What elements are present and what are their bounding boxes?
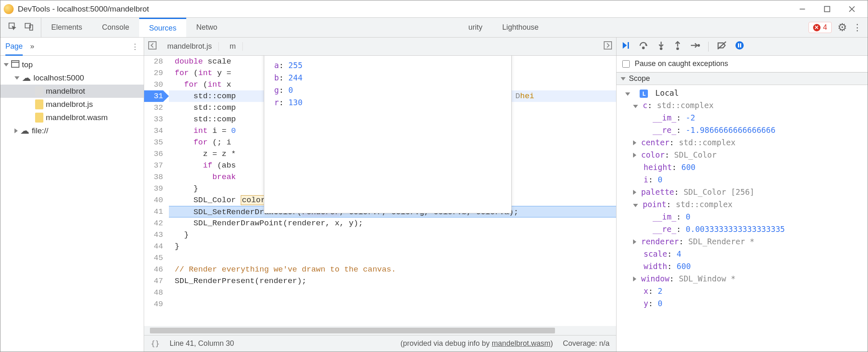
line-number[interactable]: 42: [144, 217, 163, 229]
code-line[interactable]: // Render everything we've drawn to the …: [169, 264, 616, 275]
more-icon[interactable]: ⋮: [853, 22, 862, 33]
code-line[interactable]: [169, 287, 616, 298]
line-number[interactable]: 44: [144, 241, 163, 252]
file-icon: [35, 99, 43, 109]
file-tab-partial[interactable]: m: [223, 42, 243, 51]
line-number[interactable]: 36: [144, 148, 163, 160]
scope-entry[interactable]: c: std::complex: [617, 99, 868, 111]
line-number[interactable]: 28: [144, 56, 163, 67]
scope-entry[interactable]: __re_: -1.9866666666666666: [617, 124, 868, 136]
code-line[interactable]: SDL_RenderPresent(renderer);: [169, 275, 616, 287]
line-number[interactable]: 35: [144, 137, 163, 148]
chevron-down-icon: [621, 77, 626, 80]
sidebar-tab-page[interactable]: Page: [5, 37, 23, 56]
line-number[interactable]: 46: [144, 264, 163, 275]
code-line[interactable]: }: [169, 241, 616, 252]
tree-top[interactable]: top: [0, 58, 144, 71]
pause-exceptions-icon[interactable]: [735, 41, 744, 52]
sidebar: Page » ⋮ top ☁ localhost:5000 mandelbrot: [0, 38, 144, 352]
scope-entry[interactable]: renderer: SDL_Renderer *: [617, 235, 868, 248]
code-line[interactable]: }: [169, 229, 616, 241]
code-line[interactable]: [169, 298, 616, 310]
tree-file-scheme[interactable]: ☁ file://: [0, 124, 144, 137]
scope-entry[interactable]: i: 0: [617, 173, 868, 186]
tree-file-mandelbrot[interactable]: mandelbrot: [0, 85, 144, 98]
scope-entry[interactable]: palette: SDL_Color [256]: [617, 186, 868, 198]
resume-icon[interactable]: [621, 41, 631, 52]
scope-entry[interactable]: x: 2: [617, 285, 868, 297]
settings-icon[interactable]: ⚙: [837, 21, 847, 34]
line-number[interactable]: 32: [144, 102, 163, 113]
code-line[interactable]: SDL_RenderDrawPoint(renderer, x, y);: [169, 217, 616, 229]
coverage-info: Coverage: n/a: [563, 339, 609, 348]
file-icon: [35, 113, 43, 123]
tree-file-mandelbrot-wasm[interactable]: mandelbrot.wasm: [0, 111, 144, 124]
line-gutter[interactable]: 2829303132333435363738394041424344454647…: [144, 56, 169, 326]
line-number[interactable]: 37: [144, 160, 163, 171]
tab-lighthouse[interactable]: Lighthouse: [492, 18, 548, 37]
sidebar-tab-more[interactable]: »: [30, 42, 34, 51]
scope-section-header[interactable]: Scope: [617, 72, 868, 85]
error-counter[interactable]: ✕ 4: [809, 22, 832, 33]
source-map-link[interactable]: mandelbrot.wasm: [492, 339, 550, 347]
scope-entry[interactable]: color: SDL_Color: [617, 149, 868, 161]
line-number[interactable]: 38: [144, 171, 163, 183]
scope-entry[interactable]: point: std::complex: [617, 198, 868, 210]
line-number[interactable]: 47: [144, 275, 163, 287]
line-number[interactable]: 33: [144, 113, 163, 125]
step-over-icon[interactable]: [639, 41, 649, 52]
line-number[interactable]: 34: [144, 125, 163, 137]
line-number[interactable]: 39: [144, 183, 163, 194]
close-button[interactable]: [840, 0, 864, 18]
tab-sources[interactable]: Sources: [139, 18, 186, 37]
line-number[interactable]: 30: [144, 79, 163, 90]
step-into-icon[interactable]: [657, 41, 665, 52]
line-number[interactable]: 29: [144, 67, 163, 79]
step-out-icon[interactable]: [674, 41, 682, 52]
scope-entry[interactable]: window: SDL_Window *: [617, 272, 868, 285]
nav-back-icon[interactable]: [148, 41, 157, 52]
line-number[interactable]: 49: [144, 298, 163, 310]
pause-on-exceptions-row[interactable]: Pause on caught exceptions: [617, 56, 868, 72]
scope-entry[interactable]: center: std::complex: [617, 136, 868, 149]
format-icon[interactable]: {}: [151, 339, 160, 348]
cursor-position: Line 41, Column 30: [170, 339, 234, 348]
window-title: DevTools - localhost:5000/mandelbrot: [18, 5, 790, 14]
tree-file-label: mandelbrot.wasm: [46, 113, 108, 122]
line-number[interactable]: 48: [144, 287, 163, 298]
scope-entry[interactable]: __im_: -2: [617, 111, 868, 124]
device-icon[interactable]: [24, 22, 33, 33]
minimize-button[interactable]: [790, 0, 815, 18]
scope-entry[interactable]: scale: 4: [617, 248, 868, 260]
tab-security[interactable]: urity: [458, 18, 492, 37]
scope-local-header[interactable]: L Local: [617, 87, 868, 99]
line-number[interactable]: 31: [144, 90, 163, 102]
scope-entry[interactable]: width: 600: [617, 260, 868, 272]
file-tab-mandelbrot-js[interactable]: mandelbrot.js: [161, 42, 219, 51]
inspect-icon[interactable]: [8, 22, 17, 33]
scope-entry[interactable]: __re_: 0.0033333333333333335: [617, 223, 868, 235]
tab-network[interactable]: Netwo: [186, 18, 227, 37]
code-editor[interactable]: 2829303132333435363738394041424344454647…: [144, 56, 616, 326]
line-number[interactable]: 40: [144, 194, 163, 206]
tree-file-mandelbrot-js[interactable]: mandelbrot.js: [0, 98, 144, 111]
scope-entry[interactable]: y: 0: [617, 297, 868, 309]
code-line[interactable]: [169, 252, 616, 264]
sidebar-menu-icon[interactable]: ⋮: [131, 42, 139, 51]
line-number[interactable]: 41: [144, 206, 163, 217]
scope-entry[interactable]: __im_: 0: [617, 210, 868, 223]
tab-console[interactable]: Console: [92, 18, 139, 37]
tab-elements[interactable]: Elements: [41, 18, 92, 37]
tree-origin[interactable]: ☁ localhost:5000: [0, 71, 144, 85]
line-number[interactable]: 43: [144, 229, 163, 241]
step-icon[interactable]: [690, 41, 700, 52]
deactivate-breakpoints-icon[interactable]: [717, 41, 727, 52]
maximize-button[interactable]: [815, 0, 840, 18]
nav-forward-icon[interactable]: [604, 41, 612, 52]
pause-checkbox[interactable]: [622, 60, 630, 68]
scope-entry[interactable]: height: 600: [617, 161, 868, 173]
line-number[interactable]: 45: [144, 252, 163, 264]
horizontal-scrollbar[interactable]: [144, 326, 616, 335]
scrollbar-thumb[interactable]: [150, 328, 555, 333]
tooltip-entry: b: 244: [274, 71, 501, 84]
